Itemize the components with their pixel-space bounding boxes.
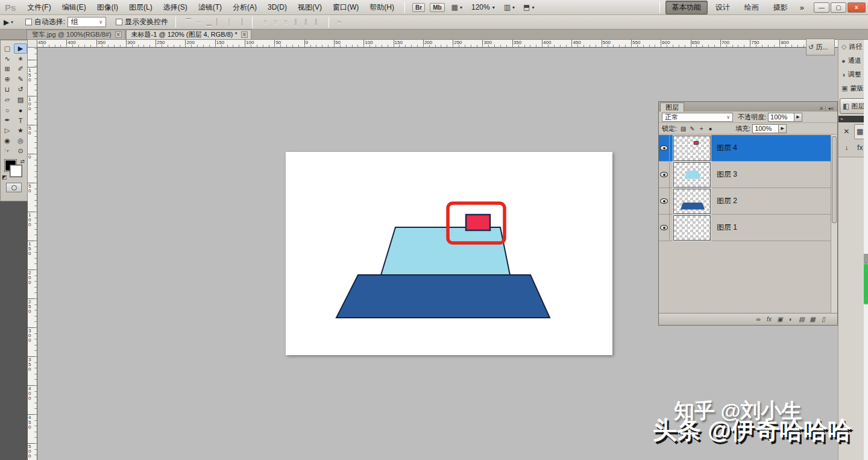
quick-selection-tool[interactable]: ∗ [14,54,27,64]
new-layer-icon[interactable]: ▦ [807,316,818,323]
zoom-level-button[interactable]: 120%▾ [471,3,495,11]
align-vertical-centers-icon[interactable]: ─ [193,18,204,26]
eyedropper-tool[interactable]: ✐ [14,64,27,74]
layer-name[interactable]: 图层 4 [717,143,737,153]
distribute-top-edges-icon[interactable]: ≡ [260,18,270,26]
menu-item[interactable]: 窗口(W) [327,0,364,14]
layer-thumbnail[interactable] [673,189,711,214]
layers-scrollbar-thumb[interactable] [832,136,837,223]
spot-healing-brush-tool[interactable]: ⊕ [1,74,14,84]
distribute-horizontal-centers-icon[interactable]: ∥ [301,18,311,26]
layers-dock-button[interactable]: ◧ 图层 [840,98,867,114]
document-tab[interactable]: 未标题-1 @ 120% (图层 4, RGB/8) * × [126,30,251,39]
delete-layer-icon[interactable]: ▯ [818,316,829,323]
lock-all-icon[interactable]: ● [706,125,715,132]
auto-select-dropdown[interactable]: 组∨ [68,17,106,27]
layer-thumbnail[interactable] [673,162,711,187]
opacity-slider-button[interactable]: ▶ [794,113,802,122]
menu-item[interactable]: 分析(A) [227,0,262,14]
distribute-vertical-centers-icon[interactable]: ≡ [270,18,280,26]
move-tool[interactable]: ▶ [14,43,27,54]
workspace-button[interactable]: 设计 [709,1,737,14]
layer-style-icon[interactable]: fx [764,316,775,323]
gradient-tool[interactable]: ▨ [14,95,27,105]
show-transform-checkbox[interactable] [116,19,122,25]
tab-close-icon[interactable]: × [241,31,248,38]
path-selection-tool[interactable]: ▷ [1,125,14,136]
crop-tool[interactable]: ⊞ [1,64,14,74]
fill-input[interactable]: 100% [752,124,779,133]
layer-thumbnail[interactable] [673,215,711,241]
brush-tool[interactable]: ✎ [14,74,27,84]
background-color-swatch[interactable] [10,165,22,177]
menu-item[interactable]: 选择(S) [158,0,193,14]
visibility-toggle[interactable] [659,135,670,162]
quick-mask-button[interactable] [6,183,22,192]
page-scrollbar-thumb[interactable] [864,263,868,304]
link-layers-icon[interactable]: ∞ [753,316,764,323]
workspace-button[interactable]: 摄影 [767,1,794,14]
restore-button[interactable]: ▢ [831,2,846,13]
document-tab[interactable]: 警车.jpg @ 100%(RGB/8#) × [27,30,125,39]
rotate-3d-tool[interactable]: ◉ [1,136,14,146]
eraser-tool[interactable]: ▱ [1,95,14,105]
panel-menu-icon[interactable]: ▾≡ [825,106,837,112]
fill-slider-button[interactable]: ▶ [779,124,787,133]
layer-thumbnail[interactable] [673,136,711,161]
layer-row[interactable]: 图层 4 [659,135,832,162]
menu-item[interactable]: 滤镜(T) [193,0,227,14]
visibility-toggle[interactable] [659,162,670,188]
history-panel-collapsed[interactable]: ↺ 历... [806,39,835,55]
bridge-button[interactable]: Br [412,3,425,12]
adjustment-layer-icon[interactable]: ◐ [785,316,796,323]
horizontal-ruler[interactable]: 4504003503002502001501005005010015020025… [28,40,838,48]
lock-position-icon[interactable]: + [697,125,706,132]
opacity-input[interactable]: 100% [768,113,794,122]
clone-stamp-tool[interactable]: ⊔ [1,84,14,95]
distribute-left-edges-icon[interactable]: ∥ [291,18,301,26]
swap-colors-icon[interactable]: ⇄ [20,159,25,165]
menu-item[interactable]: 文件(F) [22,0,56,14]
menu-item[interactable]: 图层(L) [124,0,158,14]
vertical-ruler[interactable]: 15010050050100150200250300350400450500 [28,48,37,460]
layer-name[interactable]: 图层 3 [717,169,737,180]
new-group-icon[interactable]: ▤ [796,316,807,323]
ruler-origin-corner[interactable] [28,40,37,48]
custom-shape-tool[interactable]: ★ [14,125,27,136]
orbit-3d-tool[interactable]: ◎ [14,136,27,146]
lock-transparent-pixels-icon[interactable]: ▨ [679,125,688,132]
blur-tool[interactable]: ○ [1,105,14,115]
visibility-toggle[interactable] [659,215,670,241]
align-right-edges-icon[interactable]: ▕ [234,18,245,26]
layers-scrollbar[interactable] [831,135,837,314]
visibility-toggle[interactable] [659,188,670,215]
menu-item[interactable]: 图像(I) [92,0,124,14]
dodge-tool[interactable]: ● [14,105,27,115]
layer-row[interactable]: 图层 1 [659,215,832,241]
import-icon[interactable]: ↓ [840,140,853,156]
menu-item[interactable]: 帮助(H) [364,0,400,14]
distribute-bottom-edges-icon[interactable]: ≡ [280,18,291,26]
rectangular-marquee-tool[interactable]: ▢ [1,43,14,54]
minimize-button[interactable]: — [814,2,829,13]
layer-name[interactable]: 图层 2 [717,196,737,206]
page-scrollbar[interactable] [864,40,868,460]
layer-name[interactable]: 图层 1 [717,222,737,233]
workspace-overflow-button[interactable]: » [795,3,809,12]
menu-item[interactable]: 编辑(E) [57,0,92,14]
align-left-edges-icon[interactable]: ▏ [214,18,224,26]
collapse-panel-icon[interactable]: » [817,105,826,112]
auto-align-layers-icon[interactable]: ≍ [334,18,344,26]
layers-tab[interactable]: 图层 [660,102,684,112]
default-colors-icon[interactable]: ◩ [2,174,7,180]
arrange-documents-button[interactable]: ▥▾ [504,3,515,11]
history-brush-tool[interactable]: ↺ [14,84,27,95]
align-horizontal-centers-icon[interactable]: │ [224,18,234,26]
tool-presets-icon[interactable]: ✕ [840,124,853,139]
menu-item[interactable]: 3D(D) [262,0,292,14]
tab-close-icon[interactable]: × [115,31,122,38]
lock-image-pixels-icon[interactable]: ✎ [688,125,697,132]
auto-select-checkbox[interactable] [25,19,32,25]
hand-tool[interactable]: ☞ [1,146,14,156]
pen-tool[interactable]: ✒ [1,115,14,125]
